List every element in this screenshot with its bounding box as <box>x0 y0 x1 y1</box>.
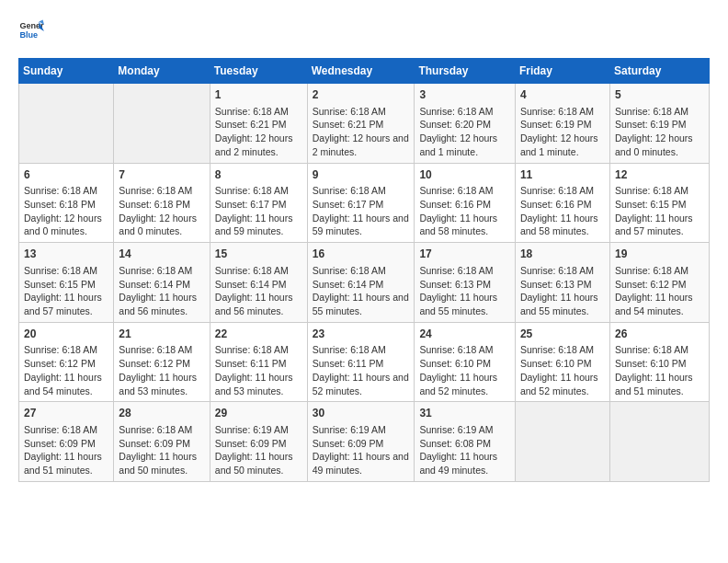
calendar-cell: 3Sunrise: 6:18 AM Sunset: 6:20 PM Daylig… <box>415 84 516 164</box>
day-info: Sunrise: 6:18 AM Sunset: 6:20 PM Dayligh… <box>419 105 510 159</box>
day-info: Sunrise: 6:18 AM Sunset: 6:10 PM Dayligh… <box>419 343 510 397</box>
calendar-cell: 28Sunrise: 6:18 AM Sunset: 6:09 PM Dayli… <box>114 402 210 482</box>
day-number: 29 <box>215 406 302 421</box>
calendar-cell: 15Sunrise: 6:18 AM Sunset: 6:14 PM Dayli… <box>210 243 307 323</box>
day-info: Sunrise: 6:18 AM Sunset: 6:16 PM Dayligh… <box>520 184 605 238</box>
day-info: Sunrise: 6:18 AM Sunset: 6:16 PM Dayligh… <box>419 184 510 238</box>
day-number: 18 <box>520 247 605 262</box>
calendar-week-4: 27Sunrise: 6:18 AM Sunset: 6:09 PM Dayli… <box>19 402 710 482</box>
day-number: 10 <box>419 167 510 183</box>
calendar-cell <box>19 84 114 164</box>
header-monday: Monday <box>114 59 210 84</box>
calendar-cell: 27Sunrise: 6:18 AM Sunset: 6:09 PM Dayli… <box>19 402 114 482</box>
calendar-cell: 16Sunrise: 6:18 AM Sunset: 6:14 PM Dayli… <box>307 243 415 323</box>
calendar-cell: 25Sunrise: 6:18 AM Sunset: 6:10 PM Dayli… <box>515 322 609 402</box>
calendar-cell: 24Sunrise: 6:18 AM Sunset: 6:10 PM Dayli… <box>415 322 516 402</box>
day-number: 15 <box>215 247 302 262</box>
day-info: Sunrise: 6:18 AM Sunset: 6:18 PM Dayligh… <box>119 184 204 238</box>
day-number: 24 <box>419 327 510 342</box>
day-info: Sunrise: 6:18 AM Sunset: 6:12 PM Dayligh… <box>615 264 704 318</box>
day-number: 31 <box>419 406 510 421</box>
day-info: Sunrise: 6:18 AM Sunset: 6:10 PM Dayligh… <box>520 343 605 397</box>
calendar-cell: 17Sunrise: 6:18 AM Sunset: 6:13 PM Dayli… <box>415 243 516 323</box>
day-info: Sunrise: 6:18 AM Sunset: 6:19 PM Dayligh… <box>615 105 704 159</box>
header-wednesday: Wednesday <box>307 59 415 84</box>
day-number: 22 <box>215 327 302 342</box>
day-info: Sunrise: 6:18 AM Sunset: 6:09 PM Dayligh… <box>119 423 204 477</box>
day-number: 25 <box>520 327 605 342</box>
calendar-header-row: SundayMondayTuesdayWednesdayThursdayFrid… <box>19 59 710 84</box>
calendar-cell: 7Sunrise: 6:18 AM Sunset: 6:18 PM Daylig… <box>114 163 210 243</box>
day-info: Sunrise: 6:18 AM Sunset: 6:14 PM Dayligh… <box>215 264 302 318</box>
day-number: 11 <box>520 167 605 183</box>
header-tuesday: Tuesday <box>210 59 307 84</box>
day-number: 28 <box>119 406 204 421</box>
calendar-cell: 10Sunrise: 6:18 AM Sunset: 6:16 PM Dayli… <box>415 163 516 243</box>
day-info: Sunrise: 6:18 AM Sunset: 6:13 PM Dayligh… <box>419 264 510 318</box>
calendar-cell: 29Sunrise: 6:19 AM Sunset: 6:09 PM Dayli… <box>210 402 307 482</box>
day-info: Sunrise: 6:18 AM Sunset: 6:19 PM Dayligh… <box>520 105 605 159</box>
day-number: 3 <box>419 87 510 103</box>
calendar-cell: 14Sunrise: 6:18 AM Sunset: 6:14 PM Dayli… <box>114 243 210 323</box>
calendar-cell: 31Sunrise: 6:19 AM Sunset: 6:08 PM Dayli… <box>415 402 516 482</box>
calendar-cell: 2Sunrise: 6:18 AM Sunset: 6:21 PM Daylig… <box>307 84 415 164</box>
header-thursday: Thursday <box>415 59 516 84</box>
day-info: Sunrise: 6:18 AM Sunset: 6:17 PM Dayligh… <box>313 184 410 238</box>
calendar-cell: 26Sunrise: 6:18 AM Sunset: 6:10 PM Dayli… <box>609 322 709 402</box>
page-header: General Blue <box>18 18 710 44</box>
calendar-cell <box>515 402 609 482</box>
day-info: Sunrise: 6:18 AM Sunset: 6:12 PM Dayligh… <box>119 343 204 397</box>
day-number: 2 <box>313 87 410 103</box>
day-info: Sunrise: 6:18 AM Sunset: 6:14 PM Dayligh… <box>313 264 410 318</box>
header-sunday: Sunday <box>19 59 114 84</box>
calendar-table: SundayMondayTuesdayWednesdayThursdayFrid… <box>18 58 710 482</box>
day-number: 1 <box>215 87 302 103</box>
calendar-cell: 12Sunrise: 6:18 AM Sunset: 6:15 PM Dayli… <box>609 163 709 243</box>
calendar-cell: 18Sunrise: 6:18 AM Sunset: 6:13 PM Dayli… <box>515 243 609 323</box>
day-info: Sunrise: 6:18 AM Sunset: 6:17 PM Dayligh… <box>215 184 302 238</box>
day-number: 27 <box>24 406 108 421</box>
logo: General Blue <box>18 18 44 44</box>
day-info: Sunrise: 6:19 AM Sunset: 6:09 PM Dayligh… <box>313 423 410 477</box>
calendar-cell: 6Sunrise: 6:18 AM Sunset: 6:18 PM Daylig… <box>19 163 114 243</box>
header-friday: Friday <box>515 59 609 84</box>
calendar-cell: 9Sunrise: 6:18 AM Sunset: 6:17 PM Daylig… <box>307 163 415 243</box>
day-info: Sunrise: 6:18 AM Sunset: 6:11 PM Dayligh… <box>313 343 410 397</box>
day-info: Sunrise: 6:18 AM Sunset: 6:09 PM Dayligh… <box>24 423 108 477</box>
day-number: 26 <box>615 327 704 342</box>
calendar-cell: 5Sunrise: 6:18 AM Sunset: 6:19 PM Daylig… <box>609 84 709 164</box>
day-number: 20 <box>24 327 108 342</box>
day-number: 30 <box>313 406 410 421</box>
calendar-week-3: 20Sunrise: 6:18 AM Sunset: 6:12 PM Dayli… <box>19 322 710 402</box>
calendar-cell: 13Sunrise: 6:18 AM Sunset: 6:15 PM Dayli… <box>19 243 114 323</box>
day-number: 8 <box>215 167 302 183</box>
day-info: Sunrise: 6:19 AM Sunset: 6:08 PM Dayligh… <box>419 423 510 477</box>
calendar-week-2: 13Sunrise: 6:18 AM Sunset: 6:15 PM Dayli… <box>19 243 710 323</box>
day-number: 13 <box>24 247 108 262</box>
calendar-cell: 22Sunrise: 6:18 AM Sunset: 6:11 PM Dayli… <box>210 322 307 402</box>
day-info: Sunrise: 6:18 AM Sunset: 6:12 PM Dayligh… <box>24 343 108 397</box>
day-info: Sunrise: 6:18 AM Sunset: 6:21 PM Dayligh… <box>313 105 410 159</box>
day-number: 4 <box>520 87 605 103</box>
calendar-cell: 4Sunrise: 6:18 AM Sunset: 6:19 PM Daylig… <box>515 84 609 164</box>
day-number: 14 <box>119 247 204 262</box>
day-number: 7 <box>119 167 204 183</box>
calendar-cell: 19Sunrise: 6:18 AM Sunset: 6:12 PM Dayli… <box>609 243 709 323</box>
day-number: 12 <box>615 167 704 183</box>
calendar-cell <box>609 402 709 482</box>
day-number: 9 <box>313 167 410 183</box>
calendar-cell: 21Sunrise: 6:18 AM Sunset: 6:12 PM Dayli… <box>114 322 210 402</box>
calendar-cell <box>114 84 210 164</box>
day-number: 6 <box>24 167 108 183</box>
logo-icon: General Blue <box>18 18 44 44</box>
calendar-cell: 8Sunrise: 6:18 AM Sunset: 6:17 PM Daylig… <box>210 163 307 243</box>
day-info: Sunrise: 6:18 AM Sunset: 6:11 PM Dayligh… <box>215 343 302 397</box>
day-info: Sunrise: 6:18 AM Sunset: 6:14 PM Dayligh… <box>119 264 204 318</box>
calendar-cell: 20Sunrise: 6:18 AM Sunset: 6:12 PM Dayli… <box>19 322 114 402</box>
day-info: Sunrise: 6:18 AM Sunset: 6:10 PM Dayligh… <box>615 343 704 397</box>
svg-text:Blue: Blue <box>19 30 38 40</box>
calendar-cell: 1Sunrise: 6:18 AM Sunset: 6:21 PM Daylig… <box>210 84 307 164</box>
day-number: 16 <box>313 247 410 262</box>
day-number: 17 <box>419 247 510 262</box>
header-saturday: Saturday <box>609 59 709 84</box>
